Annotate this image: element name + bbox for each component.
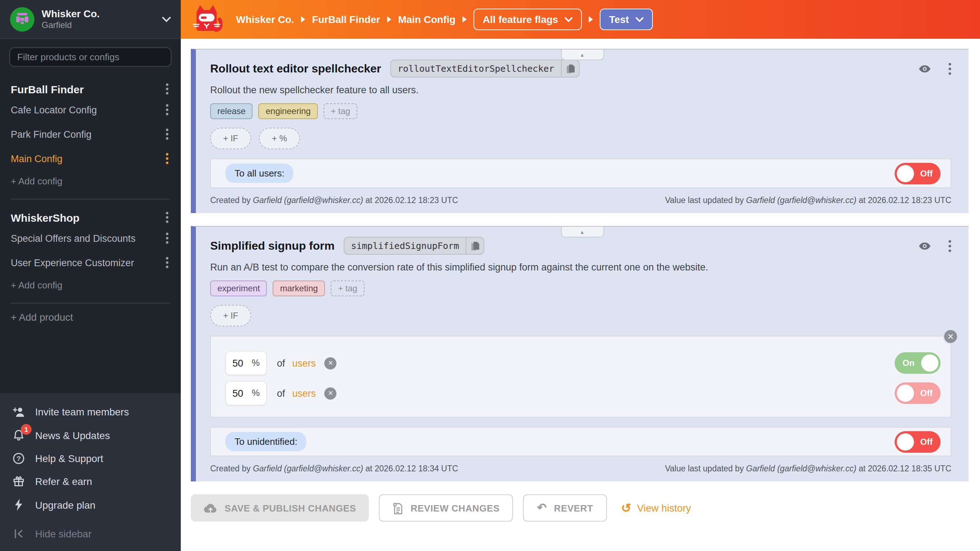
remove-row-button close-icon[interactable]: ✕ [325, 387, 337, 399]
kebab-menu-icon[interactable] [164, 210, 170, 225]
tag-marketing[interactable]: marketing [273, 280, 325, 296]
breadcrumb-product[interactable]: FurBall Finder [312, 14, 380, 25]
org-switcher[interactable]: Whisker Co. Garfield [0, 0, 181, 39]
breadcrumb-arrow-icon [387, 16, 392, 23]
save-publish-button[interactable]: SAVE & PUBLISH CHANGES [191, 494, 369, 522]
percentage-input-box: % [225, 381, 267, 405]
config-label: Cafe Locator Config [11, 104, 164, 115]
kebab-menu-icon[interactable] [948, 62, 951, 75]
bell-icon: 1 [11, 429, 26, 441]
subject-link[interactable]: users [292, 388, 316, 398]
sidebar-item-cafe-locator-config[interactable]: Cafe Locator Config [11, 97, 170, 122]
environment-dropdown[interactable]: Test [600, 9, 653, 30]
kebab-menu-icon[interactable] [164, 255, 170, 270]
kebab-menu-icon[interactable] [164, 103, 170, 117]
add-tag-button[interactable]: + tag [323, 104, 357, 119]
product-name: FurBall Finder [11, 83, 84, 95]
toggle-label: Off [920, 168, 933, 178]
kebab-menu-icon[interactable] [164, 151, 170, 166]
condition-buttons: + IF + % [210, 128, 951, 149]
percentage-input[interactable] [232, 358, 250, 368]
cloud-upload-icon [204, 503, 217, 513]
flag-footer: Created by Garfield (garfield@whisker.cc… [210, 196, 951, 204]
action-bar: SAVE & PUBLISH CHANGES REVIEW CHANGES ↶ … [191, 494, 969, 522]
updated-by-text: Value last updated by Garfield (garfield… [665, 464, 951, 473]
add-tag-button[interactable]: + tag [331, 280, 364, 296]
add-config-button[interactable]: + Add config [11, 275, 170, 296]
review-changes-button[interactable]: REVIEW CHANGES [379, 494, 513, 522]
breadcrumb-config[interactable]: Main Config [398, 14, 455, 25]
view-history-link[interactable]: ↺ View history [621, 502, 691, 514]
add-percentage-button[interactable]: + % [259, 128, 300, 149]
subject-link[interactable]: users [292, 358, 316, 368]
tag-engineering[interactable]: engineering [259, 104, 318, 119]
sidebar-item-special-offers[interactable]: Special Offers and Discounts [11, 226, 170, 250]
flag-header: Simplified signup form simplifiedSignupF… [210, 237, 951, 255]
flag-key-chip[interactable]: rolloutTextEditorSpellchecker [391, 59, 580, 78]
upgrade-plan-button[interactable]: Upgrade plan [0, 493, 181, 517]
news-updates-button[interactable]: 1 News & Updates [0, 423, 181, 447]
flag-description: Rollout the new spellchecker feature to … [210, 84, 951, 96]
tag-experiment[interactable]: experiment [210, 280, 267, 296]
feature-flags-dropdown[interactable]: All feature flags [474, 9, 582, 30]
tag-release[interactable]: release [210, 104, 253, 119]
save-publish-label: SAVE & PUBLISH CHANGES [224, 503, 356, 513]
revert-button[interactable]: ↶ REVERT [523, 494, 607, 522]
copy-icon[interactable] [466, 237, 484, 254]
help-support-button[interactable]: ? Help & Support [0, 447, 181, 470]
flag-value-toggle[interactable]: Off [895, 162, 940, 184]
eye-icon[interactable] [918, 241, 931, 250]
kebab-menu-icon[interactable] [164, 82, 170, 96]
sidebar-item-user-experience-customizer[interactable]: User Experience Customizer [11, 250, 170, 275]
question-circle-icon: ? [11, 453, 26, 464]
footer-item-label: Help & Support [35, 453, 103, 464]
percentage-rollout-panel: ✕ % of users ✕ On [210, 336, 951, 417]
add-config-button[interactable]: + Add config [11, 171, 170, 191]
breadcrumb-org[interactable]: Whisker Co. [236, 14, 294, 25]
percentage-input[interactable] [232, 388, 250, 398]
copy-icon[interactable] [561, 60, 579, 77]
sidebar-item-main-config[interactable]: Main Config [11, 147, 170, 171]
eye-icon[interactable] [918, 64, 931, 73]
product-whiskershop[interactable]: WhiskerShop [11, 210, 170, 225]
org-account: Garfield [41, 20, 155, 30]
flag-card-rollout-spellchecker: ▲ Rollout text editor spellchecker rollo… [191, 49, 969, 213]
feature-flags-dropdown-label: All feature flags [483, 14, 558, 25]
collapse-card-button[interactable]: ▲ [561, 49, 604, 60]
hide-sidebar-button[interactable]: Hide sidebar [0, 522, 181, 545]
remove-row-button close-icon[interactable]: ✕ [325, 357, 337, 369]
collapse-card-button[interactable]: ▲ [561, 227, 604, 237]
invite-team-members-button[interactable]: Invite team members [0, 400, 181, 423]
gift-icon [11, 476, 26, 487]
kebab-menu-icon[interactable] [164, 231, 170, 245]
add-if-button[interactable]: + IF [210, 128, 251, 149]
flag-title: Simplified signup form [210, 239, 335, 252]
percentage-input-box: % [225, 351, 267, 375]
refer-earn-button[interactable]: Refer & earn [0, 470, 181, 493]
flag-footer: Created by Garfield (garfield@whisker.cc… [210, 464, 951, 473]
remove-rollout-button close-icon[interactable]: ✕ [943, 329, 958, 344]
created-by-text: Created by Garfield (garfield@whisker.cc… [210, 196, 458, 204]
product-furball-finder[interactable]: FurBall Finder [11, 82, 170, 96]
updated-by-text: Value last updated by Garfield (garfield… [665, 196, 951, 204]
robot-icon [15, 13, 29, 25]
flag-title: Rollout text editor spellchecker [210, 62, 381, 75]
add-product-button[interactable]: + Add product [11, 306, 170, 328]
flag-header-actions [918, 62, 951, 75]
flag-key-chip[interactable]: simplifiedSignupForm [344, 237, 484, 255]
add-if-button[interactable]: + IF [210, 305, 251, 326]
divider [11, 303, 170, 304]
flag-value-toggle[interactable]: Off [895, 431, 940, 452]
kebab-menu-icon[interactable] [948, 239, 951, 252]
toggle-label: On [902, 358, 914, 368]
flag-card-simplified-signup: ▲ Simplified signup form simplifiedSignu… [191, 226, 969, 481]
filter-input[interactable] [10, 47, 172, 67]
of-label: of [277, 388, 285, 398]
kebab-menu-icon[interactable] [164, 127, 170, 141]
product-list: FurBall Finder Cafe Locator Config Park … [0, 70, 181, 393]
rollout-value-toggle[interactable]: Off [895, 382, 940, 404]
rollout-value-toggle[interactable]: On [895, 352, 940, 374]
serve-value-panel: To all users: Off [210, 159, 951, 188]
breadcrumb-arrow-icon [462, 16, 467, 23]
sidebar-item-park-finder-config[interactable]: Park Finder Config [11, 122, 170, 147]
